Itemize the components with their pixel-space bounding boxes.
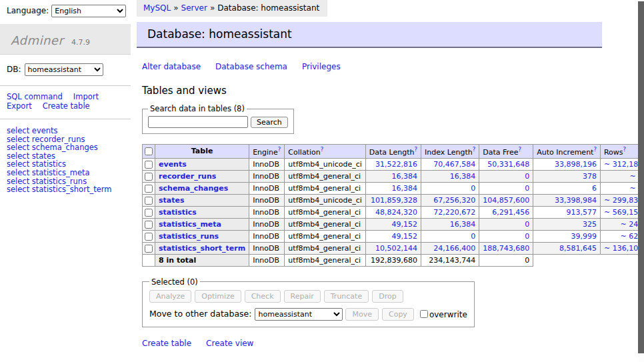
column-help-link[interactable]: ? [623,146,627,153]
rows-cell-link[interactable]: ~ 569,159 [604,208,643,217]
row-checkbox[interactable] [145,221,153,229]
adminer-brand[interactable]: Adminer [11,33,63,47]
table-row-statistics_short_term: statistics_short_termInnoDButf8mb4_gener… [143,242,644,254]
table-name-cell: statistics_short_term [155,242,249,254]
optimize-button[interactable]: Optimize [195,290,241,303]
search-input[interactable] [148,116,248,128]
row-checkbox[interactable] [145,197,153,205]
repair-button[interactable]: Repair [284,290,321,303]
rows-cell-link[interactable]: ~ 312,180 [604,160,643,169]
data-length-cell-link[interactable]: 49,152 [392,232,418,241]
language-select[interactable]: English [51,5,126,17]
sidebar-link-sql-command[interactable]: SQL command [7,92,63,101]
list-item: select statistics_short_term [7,185,131,194]
table-name-link[interactable]: events [159,160,187,169]
data-length-cell-link[interactable]: 48,824,320 [375,208,417,217]
move-database-select[interactable]: homeassistant [255,308,343,321]
check-button[interactable]: Check [245,290,281,303]
data-length-cell-link[interactable]: 49,152 [392,220,418,229]
index-length-cell: 67,256,320 [421,194,479,206]
auto-increment-cell-link[interactable]: 325 [583,220,597,229]
alter-database-link[interactable]: Alter database [142,62,201,71]
row-checkbox[interactable] [145,173,153,181]
data-length-cell-link[interactable]: 10,502,144 [375,244,417,253]
data-free-cell-link[interactable]: 0 [525,220,529,229]
table-name-link[interactable]: statistics_runs [159,232,219,241]
index-length-cell-link[interactable]: 16,384 [450,220,476,229]
data-length-cell-link[interactable]: 16,384 [392,184,418,193]
table-name-link[interactable]: statistics_meta [159,220,221,229]
index-length-cell: 16,384 [421,218,479,230]
vertical-scrollbar[interactable] [638,0,644,362]
auto-increment-cell-link[interactable]: 8,581,645 [559,244,597,253]
table-name-link[interactable]: schema_changes [159,184,228,193]
column-help-link[interactable]: ? [321,146,324,153]
data-length-cell-link[interactable]: 101,859,328 [371,196,417,205]
auto-increment-cell-link[interactable]: 378 [583,172,597,181]
table-name-cell: recorder_runs [155,170,249,182]
data-length-cell-link[interactable]: 16,384 [392,172,418,181]
row-checkbox[interactable] [145,245,153,253]
data-free-cell-link[interactable]: 188,743,680 [483,244,529,253]
row-checkbox[interactable] [145,185,153,193]
truncate-button[interactable]: Truncate [324,290,369,303]
create-table-link[interactable]: Create table [142,339,191,348]
overwrite-checkbox[interactable] [420,310,428,318]
rows-cell-link[interactable]: ~ 299,833 [604,196,643,205]
column-header-label: Table [191,147,213,155]
data-length-cell-link[interactable]: 31,522,816 [375,160,417,169]
row-checkbox[interactable] [145,233,153,241]
copy-button[interactable]: Copy [382,308,414,321]
drop-button[interactable]: Drop [372,290,403,303]
move-button[interactable]: Move [345,308,379,321]
select-all-checkbox[interactable] [145,147,153,155]
db-select[interactable]: homeassistant [25,63,103,76]
index-length-cell-link[interactable]: 16,384 [450,172,476,181]
privileges-link[interactable]: Privileges [302,62,341,71]
search-button[interactable]: Search [251,117,288,128]
column-help-link[interactable]: ? [278,146,281,153]
breadcrumb-mysql-link[interactable]: MySQL [143,3,171,13]
create-view-link[interactable]: Create view [206,339,253,348]
auto-increment-cell-link[interactable]: 33,398,984 [555,196,597,205]
database-schema-link[interactable]: Database schema [215,62,287,71]
data-free-cell-link[interactable]: 0 [525,232,529,241]
auto-increment-cell-link[interactable]: 913,577 [566,208,597,217]
breadcrumb-server-link[interactable]: Server [181,3,207,13]
column-header-engine: Engine? [249,145,285,159]
scrollbar-thumb[interactable] [638,1,644,353]
row-checkbox[interactable] [145,161,153,169]
rows-cell-link[interactable]: ~ 136,108 [604,244,643,253]
column-help-link[interactable]: ? [473,146,476,153]
table-name-link[interactable]: states [159,196,185,205]
table-name-link[interactable]: statistics_short_term [159,244,245,253]
index-length-cell-link[interactable]: 72,220,672 [433,208,475,217]
data-free-cell-link[interactable]: 0 [525,172,529,181]
sidebar-link-create-table[interactable]: Create table [43,101,90,111]
column-help-link[interactable]: ? [593,146,597,153]
index-length-cell-link[interactable]: 24,166,400 [433,244,475,253]
data-free-cell-link[interactable]: 6,291,456 [492,208,529,217]
index-length-cell-link[interactable]: 67,256,320 [433,196,475,205]
table-name-link[interactable]: recorder_runs [159,172,216,181]
index-length-cell-link[interactable]: 0 [471,232,475,241]
auto-increment-cell-link[interactable]: 33,898,196 [555,160,597,169]
auto-increment-cell-link[interactable]: 6 [592,184,597,193]
analyze-button[interactable]: Analyze [149,290,191,303]
auto-increment-cell-link[interactable]: 39,999 [571,232,597,241]
column-header-collation: Collation? [285,145,365,159]
index-length-cell-link[interactable]: 0 [471,184,475,193]
sidebar-link-export[interactable]: Export [7,101,32,111]
row-checkbox[interactable] [145,209,153,217]
index-length-cell: 0 [421,182,479,194]
index-length-cell-link[interactable]: 70,467,584 [433,160,475,169]
column-help-link[interactable]: ? [518,146,521,153]
column-help-link[interactable]: ? [415,146,418,153]
data-free-cell-link[interactable]: 0 [525,184,529,193]
data-free-cell-link[interactable]: 50,331,648 [487,160,529,169]
sidebar-link-import[interactable]: Import [73,92,99,101]
table-name-link[interactable]: statistics [159,208,197,217]
table-select-link-statistics-short-term[interactable]: select statistics_short_term [7,185,111,194]
collation-cell: utf8mb4_general_ci [285,230,365,242]
data-free-cell-link[interactable]: 104,857,600 [483,196,529,205]
